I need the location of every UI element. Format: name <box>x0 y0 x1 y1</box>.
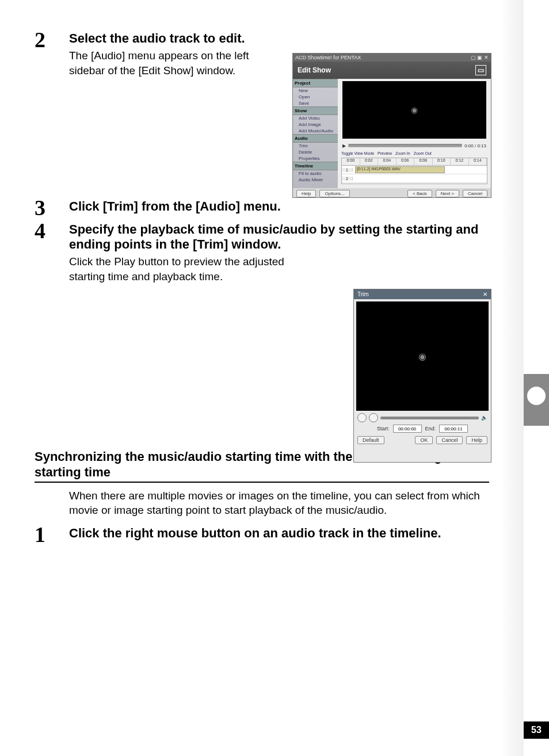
ruler-tick: 0:14 <box>469 158 487 165</box>
ruler-tick: 0:00 <box>342 158 360 165</box>
default-button[interactable]: Default <box>357 436 384 444</box>
ok-button[interactable]: OK <box>415 436 433 444</box>
scan-edge-shadow <box>501 0 524 756</box>
preview-area: ◉ <box>342 81 486 139</box>
timeline-ruler: 0:00 0:02 0:04 0:06 0:08 0:10 0:12 0:14 <box>342 158 487 166</box>
trim-titlebar: Trim ✕ <box>354 289 491 299</box>
trim-preview: ◉ <box>356 301 489 411</box>
sidebar-item-properties[interactable]: Properties <box>293 155 338 162</box>
tool-toggle-view[interactable]: Toggle View Mode <box>341 151 374 155</box>
next-button[interactable]: Next > <box>436 190 459 197</box>
step-number: 1 <box>35 522 69 545</box>
timeline: 0:00 0:02 0:04 0:06 0:08 0:10 0:12 0:14 … <box>341 158 487 184</box>
trim-slider[interactable] <box>380 417 479 419</box>
sync-desc: When there are multiple movies or images… <box>69 488 483 518</box>
page-number: 53 <box>531 725 542 735</box>
help-button[interactable]: Help <box>466 436 487 444</box>
sidebar-item-trim[interactable]: Trim <box>293 143 338 149</box>
cancel-button[interactable]: Cancel <box>436 436 463 444</box>
window-titlebar: ACD Showtime! for PENTAX ▢ ▣ ✕ <box>293 54 491 62</box>
trim-time-row: Start: End: <box>357 425 487 433</box>
manual-page: 2 Select the audio track to edit. The [A… <box>0 0 549 756</box>
sidebar-item-add-audio[interactable]: Add Music/Audio <box>293 128 338 134</box>
ruler-tick: 0:02 <box>360 158 379 165</box>
window-buttons-icon[interactable]: ▢ ▣ ✕ <box>471 55 489 60</box>
ruler-tick: 0:06 <box>396 158 415 165</box>
close-icon[interactable]: ✕ <box>483 291 487 297</box>
seek-slider[interactable] <box>348 144 462 147</box>
step-4: 4 Specify the playback time of music/aud… <box>35 219 489 289</box>
play-icon[interactable]: ▶ <box>342 143 346 148</box>
cancel-button[interactable]: Cancel <box>463 190 487 197</box>
tool-zoom-out[interactable]: Zoom Out <box>414 151 432 155</box>
step-title: Click the right mouse button on an audio… <box>69 526 489 541</box>
back-button[interactable]: < Back <box>407 190 432 197</box>
screenshot-edit-show: ACD Showtime! for PENTAX ▢ ▣ ✕ Edit Show… <box>292 53 491 198</box>
start-label: Start: <box>377 426 390 432</box>
edit-show-body: Project New Open Save Show Add Video Add… <box>293 79 491 188</box>
sidebar-group-timeline: Timeline <box>293 162 338 170</box>
sidebar-group-show: Show <box>293 106 338 115</box>
step-body: Specify the playback time of music/audio… <box>69 219 489 289</box>
tool-preview[interactable]: Preview <box>378 151 392 155</box>
step-1-bottom: 1 Click the right mouse button on an aud… <box>35 522 489 545</box>
ruler-tick: 0:10 <box>433 158 451 165</box>
screenshot-trim-dialog: Trim ✕ ◉ 🔈 Start: End: Default OK Cancel… <box>353 289 491 463</box>
sidebar-item-add-video[interactable]: Add Video <box>293 115 338 121</box>
audio-clip[interactable]: [0:11.2] IMGP0003.WAV <box>355 166 445 173</box>
tool-zoom-in[interactable]: Zoom In <box>395 151 410 155</box>
trim-buttons: Default OK Cancel Help <box>357 436 487 444</box>
sidebar-item-fit-audio[interactable]: Fit to audio <box>293 170 338 177</box>
step-title: Select the audio track to edit. <box>69 31 489 46</box>
step-desc: Click the Play button to preview the adj… <box>69 254 317 284</box>
sidebar-item-open[interactable]: Open <box>293 94 338 100</box>
playback-bar: ▶ 0:00 / 0:13 <box>342 142 486 149</box>
trim-playback-controls: 🔈 <box>357 413 487 422</box>
step-title: Click [Trim] from the [Audio] menu. <box>69 199 489 214</box>
main-panel: ◉ ▶ 0:00 / 0:13 Toggle View Mode Preview… <box>338 79 491 188</box>
wizard-footer: Help Options... < Back Next > Cancel <box>293 188 491 199</box>
sidebar-item-audio-mixer[interactable]: Audio Mixer <box>293 177 338 183</box>
sidebar-item-save[interactable]: Save <box>293 100 338 106</box>
timeline-toolbar: Toggle View Mode Preview Zoom In Zoom Ou… <box>341 151 487 155</box>
speaker-icon[interactable]: 🔈 <box>481 415 487 421</box>
edit-show-header: Edit Show ▭ <box>293 62 491 79</box>
sidebar-item-new[interactable]: New <box>293 87 338 94</box>
thumb-index-dot-icon <box>527 387 546 405</box>
step-number: 4 <box>35 219 69 242</box>
row-label: 2 <box>342 177 353 181</box>
step-number: 3 <box>35 196 69 219</box>
step-title: Specify the playback time of music/audio… <box>69 222 489 253</box>
app-title: ACD Showtime! for PENTAX <box>295 55 361 60</box>
options-button[interactable]: Options... <box>319 190 349 197</box>
timeline-row-1[interactable]: 1 [0:11.2] IMGP0003.WAV <box>342 166 487 174</box>
help-button[interactable]: Help <box>296 190 316 197</box>
sidebar-item-add-image[interactable]: Add Image <box>293 121 338 128</box>
step-number: 2 <box>35 28 69 51</box>
step-body: Click the right mouse button on an audio… <box>69 522 489 543</box>
sidebar-group-audio: Audio <box>293 134 338 143</box>
step-desc: The [Audio] menu appears on the left sid… <box>69 48 270 78</box>
ruler-tick: 0:08 <box>414 158 433 165</box>
end-label: End: <box>425 426 436 432</box>
media-icon: ◉ <box>411 105 418 114</box>
timeline-row-2[interactable]: 2 <box>342 174 487 183</box>
stop-button[interactable] <box>369 413 378 422</box>
ruler-tick: 0:04 <box>378 158 396 165</box>
trim-title: Trim <box>357 291 369 297</box>
end-input[interactable] <box>439 425 468 433</box>
media-icon: ◉ <box>418 351 426 362</box>
page-number-box: 53 <box>524 721 549 739</box>
start-input[interactable] <box>393 425 422 433</box>
monitor-icon[interactable]: ▭ <box>475 65 486 75</box>
side-tab-column <box>524 0 549 756</box>
sidebar-group-project: Project <box>293 79 338 87</box>
time-label: 0:00 / 0:13 <box>464 143 486 148</box>
row-label: 1 <box>342 168 353 172</box>
ruler-tick: 0:12 <box>451 158 469 165</box>
sidebar-item-delete[interactable]: Delete <box>293 149 338 155</box>
play-button[interactable] <box>357 413 367 422</box>
header-title: Edit Show <box>298 66 331 74</box>
sidebar: Project New Open Save Show Add Video Add… <box>293 79 338 188</box>
